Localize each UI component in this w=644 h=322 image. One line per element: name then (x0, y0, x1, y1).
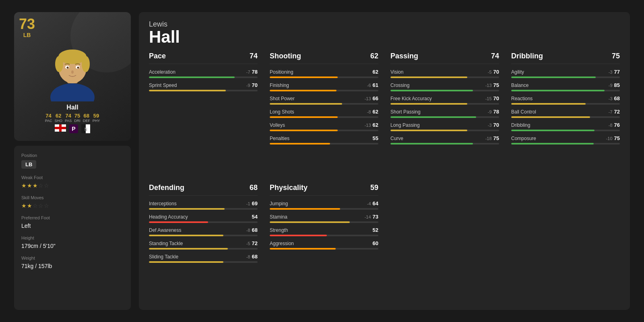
stat-name: Aggression (270, 241, 294, 246)
stat-item: Def Awareness-868 (149, 227, 258, 236)
stats-panel: Lewis Hall Pace74Acceleration-778Sprint … (139, 12, 630, 310)
stat-bar (270, 116, 378, 118)
stat-bar (270, 90, 378, 91)
stat-modifier: -9 (246, 83, 250, 88)
stat-name: Acceleration (149, 69, 175, 75)
stat-name: Short Passing (390, 109, 421, 115)
category-physicality-name: Physicality (270, 184, 308, 192)
stat-value: 76 (614, 122, 620, 128)
stat-item: Strength52 (270, 227, 378, 236)
category-physicality: Physicality59Jumping-464Stamina-1473Stre… (270, 184, 378, 302)
stat-value: 72 (252, 240, 258, 246)
stat-bar (270, 208, 378, 210)
stat-modifier: -8 (246, 254, 250, 259)
stat-value: 62 (373, 122, 378, 128)
stat-name: Ball Control (511, 109, 536, 115)
stat-bar-fill (511, 143, 594, 144)
stat-name: Free Kick Accuracy (390, 96, 432, 101)
svg-point-5 (82, 56, 90, 72)
stat-item: Reactions-368 (511, 95, 620, 105)
stat-bar-fill (511, 103, 586, 105)
skill-moves-section: Skill Moves ★★☆☆☆ (21, 195, 124, 209)
player-image (40, 38, 105, 102)
stat-bar (270, 143, 378, 144)
stat-modifier: -14 (365, 215, 371, 219)
stat-value: 70 (493, 95, 499, 101)
stat-name: Finishing (270, 83, 289, 88)
stat-item: Finishing-661 (270, 82, 378, 91)
stat-bar (511, 90, 620, 91)
stat-value: 85 (614, 82, 620, 88)
stat-bar (270, 248, 378, 250)
height-value: 179cm / 5'10" (21, 243, 124, 249)
stat-modifier: -5 (246, 241, 250, 246)
stat-bar-fill (270, 221, 350, 223)
svg-rect-13 (55, 127, 66, 129)
player-position-card: LB (23, 32, 31, 38)
stat-bar (390, 76, 499, 78)
height-section: Height 179cm / 5'10" (21, 235, 124, 249)
player-first-name: Lewis (149, 20, 620, 29)
stat-item: Interceptions-169 (149, 200, 258, 210)
stat-bar (149, 208, 258, 210)
stat-modifier: -3 (488, 123, 492, 128)
category-shooting: Shooting62Positioning62Finishing-661Shot… (270, 52, 378, 184)
category-defending-name: Defending (149, 184, 184, 192)
stat-value: 73 (373, 214, 378, 220)
stat-name: Penalties (270, 136, 289, 141)
stat-bar (511, 116, 620, 118)
stat-item: Volleys-1362 (270, 122, 378, 131)
stat-bar (390, 143, 499, 144)
stat-value: 52 (373, 227, 378, 233)
category-shooting-value: 62 (370, 52, 378, 60)
stat-modifier: -18 (485, 136, 492, 141)
stat-item: Acceleration-778 (149, 69, 258, 78)
stat-name: Balance (511, 83, 528, 88)
stat-item: Balance-985 (511, 82, 620, 91)
stat-value: 70 (493, 122, 499, 128)
player-title: Lewis Hall (149, 20, 620, 45)
stat-name: Def Awareness (149, 227, 182, 233)
stat-bar (149, 261, 258, 263)
stat-bar (390, 130, 499, 131)
stat-name: Standing Tackle (149, 241, 183, 246)
category-passing-name: Passing (390, 52, 418, 60)
stat-name: Heading Accuracy (149, 214, 188, 220)
player-info-panel: Position LB Weak Foot ★★★☆☆ Skill Moves … (14, 146, 131, 310)
stat-modifier: -1 (246, 201, 250, 206)
stat-bar (270, 130, 378, 131)
stat-name: Agility (511, 69, 524, 75)
stat-name: Composure (511, 136, 536, 141)
stat-value: 61 (373, 82, 378, 88)
stat-value: 75 (493, 82, 499, 88)
stat-name: Sliding Tackle (149, 254, 178, 260)
stat-bar (390, 103, 499, 105)
stat-modifier: -6 (367, 83, 371, 88)
stat-item: Positioning62 (270, 69, 378, 78)
weak-foot-stars: ★★★☆☆ (21, 182, 124, 189)
stat-bar-fill (149, 248, 228, 250)
category-passing-value: 74 (491, 52, 499, 60)
stat-bar-fill (390, 130, 467, 131)
category-defending: Defending68Interceptions-169Heading Accu… (149, 184, 258, 302)
club-badge-icon: N (81, 124, 90, 133)
stat-modifier: -15 (485, 96, 492, 101)
stat-item: Vision-570 (390, 69, 499, 78)
stat-modifier: -13 (485, 83, 492, 88)
stat-item: Long Shots-862 (270, 109, 378, 118)
stat-item: Dribbling-876 (511, 122, 620, 131)
preferred-foot-label: Preferred Foot (21, 215, 124, 220)
stat-value: 54 (252, 214, 258, 220)
stat-name: Stamina (270, 214, 287, 220)
stat-bar (511, 143, 620, 144)
stat-bar (390, 116, 499, 118)
stat-bar-fill (149, 235, 223, 236)
stat-value: 68 (614, 95, 620, 101)
stat-bar-fill (270, 90, 336, 91)
category-shooting-name: Shooting (270, 52, 301, 60)
stat-bar-fill (511, 130, 594, 131)
stat-name: Crossing (390, 83, 409, 88)
player-rating: 73 (19, 17, 35, 31)
stat-modifier: -5 (488, 70, 492, 74)
stat-modifier: -13 (365, 96, 371, 101)
